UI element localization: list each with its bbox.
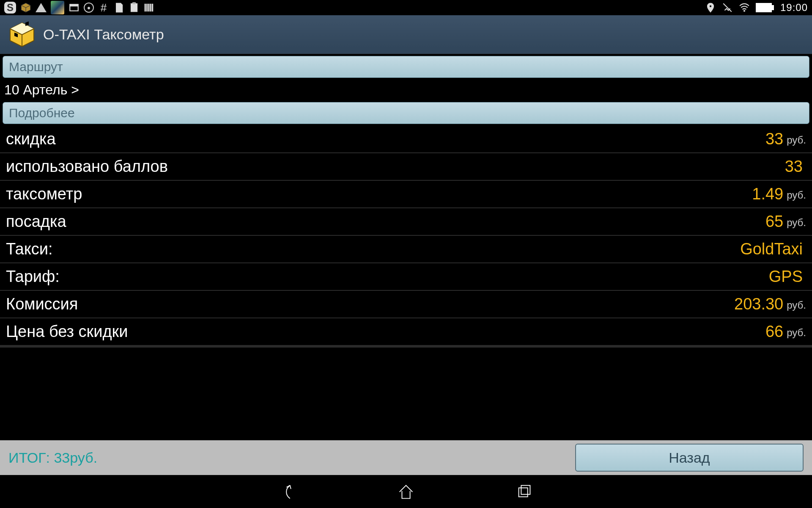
status-right: 19:00 <box>705 2 808 14</box>
app-bar: O-TAXI Таксометр <box>0 15 812 54</box>
row-label: скидка <box>6 130 765 148</box>
hash-icon: # <box>98 2 109 13</box>
location-icon <box>705 2 716 13</box>
list-item: использовано баллов 33 <box>0 153 812 181</box>
vibrate-icon <box>722 2 733 13</box>
sd-card-icon <box>113 2 124 13</box>
svg-rect-9 <box>150 4 151 11</box>
details-section-header[interactable]: Подробнее <box>3 102 809 124</box>
row-unit: руб. <box>787 327 806 339</box>
svg-point-12 <box>743 10 745 11</box>
svg-rect-10 <box>152 4 153 11</box>
row-value: GPS <box>769 268 803 286</box>
row-label: Цена без скидки <box>6 323 765 341</box>
row-label: Такси: <box>6 240 740 258</box>
svg-rect-7 <box>147 4 148 11</box>
nav-back-button[interactable] <box>275 479 300 505</box>
row-label: таксометр <box>6 185 752 203</box>
list-item: Тариф: GPS <box>0 263 812 291</box>
svg-rect-3 <box>70 4 78 6</box>
row-unit: руб. <box>787 189 806 201</box>
list-item: Комиссия 203.30 руб. <box>0 291 812 318</box>
footer-bar: ИТОГ: 33руб. Назад <box>0 440 812 475</box>
status-bar: S ● # <box>0 0 812 15</box>
svg-rect-8 <box>148 4 149 11</box>
window-icon <box>69 2 80 13</box>
cube-icon <box>20 2 31 13</box>
photo-thumb-icon <box>51 1 64 14</box>
list-item: таксометр 1.49 руб. <box>0 181 812 208</box>
barcode-icon <box>144 2 155 13</box>
nav-home-button[interactable] <box>393 479 419 505</box>
back-button[interactable]: Назад <box>575 444 804 472</box>
row-value: 33 <box>785 157 803 176</box>
list-item: Цена без скидки 66 руб. <box>0 318 812 348</box>
svg-point-11 <box>709 5 711 7</box>
wifi-icon <box>739 2 750 13</box>
row-unit: руб. <box>787 134 806 146</box>
system-nav-bar <box>0 475 812 508</box>
row-label: Комиссия <box>6 295 734 313</box>
row-value: 65 <box>765 213 783 231</box>
row-value: 66 <box>765 323 783 341</box>
clipboard-icon <box>129 2 140 13</box>
row-value: 203.30 <box>734 295 783 313</box>
row-value: 1.49 <box>752 185 783 203</box>
app-title: O-TAXI Таксометр <box>43 26 164 43</box>
row-label: посадка <box>6 213 765 231</box>
row-value: 33 <box>765 130 783 148</box>
nav-recent-button[interactable] <box>512 479 537 505</box>
screen: S ● # <box>0 0 812 508</box>
list-item: скидка 33 руб. <box>0 126 812 153</box>
status-time: 19:00 <box>780 2 808 14</box>
svg-rect-17 <box>25 21 29 26</box>
row-unit: руб. <box>787 299 806 311</box>
svg-rect-6 <box>145 4 145 11</box>
row-label: Тариф: <box>6 268 769 286</box>
list-item: Такси: GoldTaxi <box>0 236 812 263</box>
warning-icon <box>36 2 47 13</box>
route-section-header[interactable]: Маршрут <box>3 56 809 78</box>
row-value: GoldTaxi <box>740 240 803 258</box>
row-unit: руб. <box>787 217 806 229</box>
svg-rect-5 <box>133 3 136 4</box>
breadcrumb[interactable]: 10 Артель > <box>0 80 812 100</box>
details-list: скидка 33 руб. использовано баллов 33 та… <box>0 126 812 440</box>
total-label: ИТОГ: 33руб. <box>8 450 567 466</box>
svg-rect-18 <box>519 488 528 497</box>
svg-rect-4 <box>131 3 137 12</box>
skype-icon: S <box>4 2 16 14</box>
row-label: использовано баллов <box>6 157 785 176</box>
lock-circle-icon: ● <box>84 3 94 13</box>
status-left: S ● # <box>4 1 155 14</box>
list-item: посадка 65 руб. <box>0 208 812 236</box>
battery-icon <box>756 3 772 12</box>
app-icon <box>8 21 36 48</box>
svg-rect-19 <box>521 485 530 494</box>
